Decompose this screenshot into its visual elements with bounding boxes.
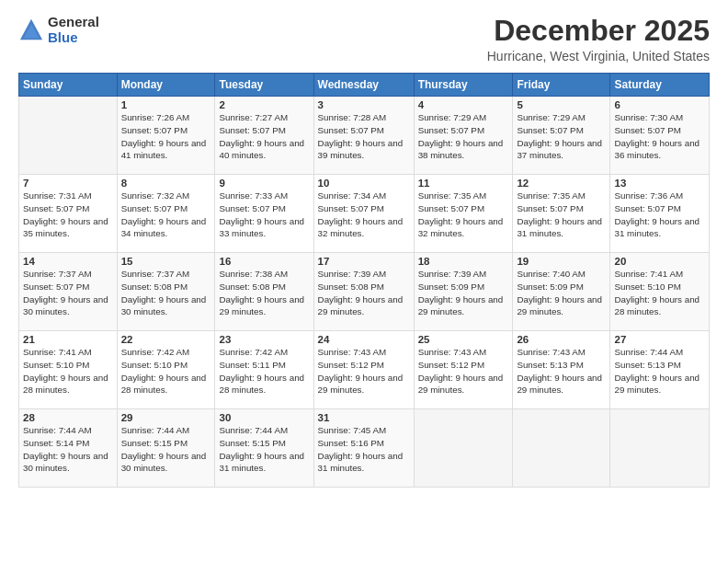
day-number: 31 xyxy=(318,412,410,423)
day-info: Sunrise: 7:36 AMSunset: 5:07 PMDaylight:… xyxy=(614,190,700,238)
day-info: Sunrise: 7:32 AMSunset: 5:07 PMDaylight:… xyxy=(121,190,207,238)
day-info: Sunrise: 7:42 AMSunset: 5:11 PMDaylight:… xyxy=(219,347,304,395)
col-sunday: Sunday xyxy=(19,74,118,97)
day-number: 10 xyxy=(318,178,410,189)
day-number: 9 xyxy=(219,178,309,189)
logo-blue-text: Blue xyxy=(48,30,99,46)
col-monday: Monday xyxy=(117,74,215,97)
col-wednesday: Wednesday xyxy=(313,74,414,97)
logo-general-text: General xyxy=(48,15,99,30)
page: General Blue December 2025 Hurricane, We… xyxy=(0,0,728,563)
day-info: Sunrise: 7:28 AMSunset: 5:07 PMDaylight:… xyxy=(318,112,404,160)
table-row xyxy=(19,97,118,175)
col-saturday: Saturday xyxy=(610,74,710,97)
day-info: Sunrise: 7:38 AMSunset: 5:08 PMDaylight:… xyxy=(219,269,304,316)
table-row: 30 Sunrise: 7:44 AMSunset: 5:15 PMDaylig… xyxy=(215,409,313,488)
table-row: 22 Sunrise: 7:42 AMSunset: 5:10 PMDaylig… xyxy=(117,331,215,409)
day-info: Sunrise: 7:29 AMSunset: 5:07 PMDaylight:… xyxy=(517,112,602,160)
day-number: 23 xyxy=(219,334,309,345)
day-number: 18 xyxy=(418,256,509,267)
day-info: Sunrise: 7:37 AMSunset: 5:08 PMDaylight:… xyxy=(121,269,207,316)
day-number: 13 xyxy=(614,178,705,189)
table-row: 29 Sunrise: 7:44 AMSunset: 5:15 PMDaylig… xyxy=(117,409,215,488)
day-info: Sunrise: 7:43 AMSunset: 5:12 PMDaylight:… xyxy=(318,347,404,395)
day-info: Sunrise: 7:35 AMSunset: 5:07 PMDaylight:… xyxy=(418,190,504,238)
day-info: Sunrise: 7:44 AMSunset: 5:15 PMDaylight:… xyxy=(219,425,304,473)
table-row xyxy=(513,409,610,488)
day-info: Sunrise: 7:33 AMSunset: 5:07 PMDaylight:… xyxy=(219,190,304,238)
day-number: 29 xyxy=(121,412,211,423)
table-row: 25 Sunrise: 7:43 AMSunset: 5:12 PMDaylig… xyxy=(414,331,513,409)
day-info: Sunrise: 7:44 AMSunset: 5:13 PMDaylight:… xyxy=(614,347,700,395)
table-row: 1 Sunrise: 7:26 AMSunset: 5:07 PMDayligh… xyxy=(117,97,215,175)
col-tuesday: Tuesday xyxy=(215,74,313,97)
day-number: 14 xyxy=(23,256,113,267)
day-number: 22 xyxy=(121,334,211,345)
table-row: 23 Sunrise: 7:42 AMSunset: 5:11 PMDaylig… xyxy=(215,331,313,409)
table-row: 8 Sunrise: 7:32 AMSunset: 5:07 PMDayligh… xyxy=(117,175,215,253)
table-row: 28 Sunrise: 7:44 AMSunset: 5:14 PMDaylig… xyxy=(19,409,118,488)
table-row: 20 Sunrise: 7:41 AMSunset: 5:10 PMDaylig… xyxy=(610,253,710,331)
col-friday: Friday xyxy=(513,74,610,97)
day-info: Sunrise: 7:43 AMSunset: 5:13 PMDaylight:… xyxy=(517,347,602,395)
table-row: 7 Sunrise: 7:31 AMSunset: 5:07 PMDayligh… xyxy=(19,175,118,253)
table-row: 13 Sunrise: 7:36 AMSunset: 5:07 PMDaylig… xyxy=(610,175,710,253)
day-number: 15 xyxy=(121,256,211,267)
table-row: 11 Sunrise: 7:35 AMSunset: 5:07 PMDaylig… xyxy=(414,175,513,253)
table-row: 17 Sunrise: 7:39 AMSunset: 5:08 PMDaylig… xyxy=(313,253,414,331)
table-row: 27 Sunrise: 7:44 AMSunset: 5:13 PMDaylig… xyxy=(610,331,710,409)
logo-text: General Blue xyxy=(48,15,99,45)
day-info: Sunrise: 7:37 AMSunset: 5:07 PMDaylight:… xyxy=(23,269,108,316)
day-number: 2 xyxy=(219,99,309,110)
day-number: 8 xyxy=(121,178,211,189)
day-info: Sunrise: 7:26 AMSunset: 5:07 PMDaylight:… xyxy=(121,112,207,160)
header-row: Sunday Monday Tuesday Wednesday Thursday… xyxy=(19,74,710,97)
table-row: 3 Sunrise: 7:28 AMSunset: 5:07 PMDayligh… xyxy=(313,97,414,175)
calendar-body: 1 Sunrise: 7:26 AMSunset: 5:07 PMDayligh… xyxy=(19,97,710,488)
day-info: Sunrise: 7:44 AMSunset: 5:14 PMDaylight:… xyxy=(23,425,108,473)
day-info: Sunrise: 7:45 AMSunset: 5:16 PMDaylight:… xyxy=(318,425,404,473)
calendar-table: Sunday Monday Tuesday Wednesday Thursday… xyxy=(18,73,710,488)
calendar-header: Sunday Monday Tuesday Wednesday Thursday… xyxy=(19,74,710,97)
day-number: 26 xyxy=(517,334,606,345)
day-number: 17 xyxy=(318,256,410,267)
header: General Blue December 2025 Hurricane, We… xyxy=(18,15,710,63)
table-row xyxy=(414,409,513,488)
day-number: 6 xyxy=(614,99,705,110)
day-number: 16 xyxy=(219,256,309,267)
day-info: Sunrise: 7:30 AMSunset: 5:07 PMDaylight:… xyxy=(614,112,700,160)
day-info: Sunrise: 7:39 AMSunset: 5:08 PMDaylight:… xyxy=(318,269,404,316)
col-thursday: Thursday xyxy=(414,74,513,97)
table-row: 9 Sunrise: 7:33 AMSunset: 5:07 PMDayligh… xyxy=(215,175,313,253)
day-number: 25 xyxy=(418,334,509,345)
day-info: Sunrise: 7:42 AMSunset: 5:10 PMDaylight:… xyxy=(121,347,207,395)
table-row: 21 Sunrise: 7:41 AMSunset: 5:10 PMDaylig… xyxy=(19,331,118,409)
table-row: 18 Sunrise: 7:39 AMSunset: 5:09 PMDaylig… xyxy=(414,253,513,331)
day-number: 1 xyxy=(121,99,211,110)
title-block: December 2025 Hurricane, West Virginia, … xyxy=(487,15,710,63)
table-row: 19 Sunrise: 7:40 AMSunset: 5:09 PMDaylig… xyxy=(513,253,610,331)
day-info: Sunrise: 7:39 AMSunset: 5:09 PMDaylight:… xyxy=(418,269,504,316)
table-row: 24 Sunrise: 7:43 AMSunset: 5:12 PMDaylig… xyxy=(313,331,414,409)
day-info: Sunrise: 7:40 AMSunset: 5:09 PMDaylight:… xyxy=(517,269,602,316)
day-info: Sunrise: 7:34 AMSunset: 5:07 PMDaylight:… xyxy=(318,190,404,238)
table-row: 12 Sunrise: 7:35 AMSunset: 5:07 PMDaylig… xyxy=(513,175,610,253)
day-info: Sunrise: 7:43 AMSunset: 5:12 PMDaylight:… xyxy=(418,347,504,395)
table-row: 15 Sunrise: 7:37 AMSunset: 5:08 PMDaylig… xyxy=(117,253,215,331)
table-row: 26 Sunrise: 7:43 AMSunset: 5:13 PMDaylig… xyxy=(513,331,610,409)
table-row xyxy=(610,409,710,488)
table-row: 31 Sunrise: 7:45 AMSunset: 5:16 PMDaylig… xyxy=(313,409,414,488)
day-number: 27 xyxy=(614,334,705,345)
day-info: Sunrise: 7:31 AMSunset: 5:07 PMDaylight:… xyxy=(23,190,108,238)
table-row: 5 Sunrise: 7:29 AMSunset: 5:07 PMDayligh… xyxy=(513,97,610,175)
day-number: 20 xyxy=(614,256,705,267)
logo-icon xyxy=(18,17,44,43)
main-title: December 2025 xyxy=(487,15,710,47)
table-row: 2 Sunrise: 7:27 AMSunset: 5:07 PMDayligh… xyxy=(215,97,313,175)
day-number: 24 xyxy=(318,334,410,345)
table-row: 4 Sunrise: 7:29 AMSunset: 5:07 PMDayligh… xyxy=(414,97,513,175)
day-number: 19 xyxy=(517,256,606,267)
day-info: Sunrise: 7:35 AMSunset: 5:07 PMDaylight:… xyxy=(517,190,602,238)
day-info: Sunrise: 7:27 AMSunset: 5:07 PMDaylight:… xyxy=(219,112,304,160)
day-info: Sunrise: 7:44 AMSunset: 5:15 PMDaylight:… xyxy=(121,425,207,473)
